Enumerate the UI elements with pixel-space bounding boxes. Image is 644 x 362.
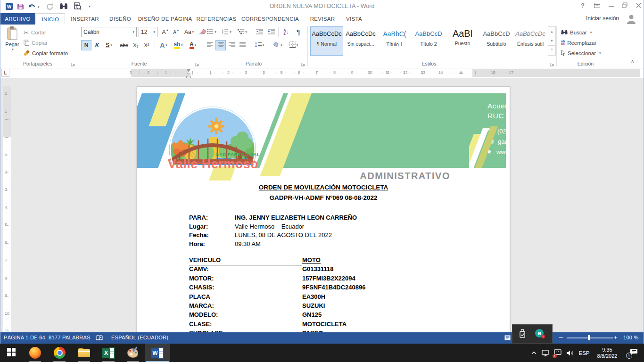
tab-archivo[interactable]: ARCHIVO — [0, 13, 35, 25]
style-card-enfasis-sutil[interactable]: AaBbCcDc Énfasis sutil — [514, 26, 547, 56]
tray-volume-icon[interactable] — [564, 344, 576, 362]
underline-button[interactable]: S▾ — [102, 40, 116, 50]
tab-vista[interactable]: VISTA — [341, 13, 367, 25]
collapse-ribbon-button[interactable]: ∧ — [631, 58, 634, 64]
styles-scroll-up[interactable]: ▴ — [548, 27, 555, 36]
usb-tray-icon[interactable] — [518, 329, 527, 341]
style-card-titulo1[interactable]: AaBbC( Título 1 — [378, 26, 411, 56]
first-line-indent-marker[interactable] — [187, 69, 190, 72]
paste-button[interactable]: Pegar ▾ — [3, 26, 22, 58]
tab-selector[interactable]: L — [1, 69, 9, 77]
styles-dialog-launcher[interactable] — [550, 60, 554, 68]
clipboard-dialog-launcher[interactable] — [71, 60, 75, 68]
taskbar-excel[interactable]: X — [96, 344, 121, 362]
superscript-button[interactable]: X² — [141, 40, 152, 50]
zoom-slider-thumb[interactable] — [588, 335, 590, 340]
zoom-level[interactable]: 100 % — [623, 335, 639, 340]
hanging-indent-marker[interactable] — [187, 74, 190, 75]
font-size-combo[interactable]: 12▾ — [139, 27, 157, 37]
close-icon[interactable] — [632, 0, 644, 10]
minimize-icon[interactable] — [604, 0, 618, 10]
tab-diseno[interactable]: DISEÑO — [105, 13, 136, 25]
decrease-indent-button[interactable] — [254, 27, 265, 37]
align-right-button[interactable] — [226, 40, 237, 50]
subscript-button[interactable]: X₂ — [131, 40, 141, 50]
view-read-mode-icon[interactable] — [504, 335, 511, 341]
tab-referencias[interactable]: REFERENCIAS — [194, 13, 239, 25]
change-case-button[interactable]: Aa▾ — [182, 27, 196, 37]
taskbar-chrome[interactable] — [47, 344, 72, 362]
borders-button[interactable]: ▾ — [286, 40, 301, 50]
start-button[interactable] — [0, 344, 23, 362]
bold-button[interactable]: N — [81, 40, 91, 50]
document-page[interactable]: GAD PARROQUIAL Valle Hermoso Acuerdo Min… — [137, 86, 510, 332]
eset-tray-icon[interactable]: e! — [535, 329, 544, 337]
line-spacing-button[interactable]: ▾ — [252, 40, 266, 50]
tray-alert-icon[interactable]: ! — [552, 344, 564, 362]
zoom-slider-track[interactable] — [567, 337, 613, 338]
word-count[interactable]: 8177 PALABRAS — [49, 335, 91, 340]
font-family-combo[interactable]: Calibri▾ — [81, 27, 137, 37]
ruler-mark — [179, 73, 180, 73]
tab-inicio[interactable]: INICIO — [36, 13, 65, 25]
v-ruler[interactable]: 211234567891011 — [3, 86, 11, 332]
proofing-icon[interactable] — [96, 335, 103, 342]
numbering-button[interactable]: 123▾ — [220, 27, 234, 37]
highlight-button[interactable]: ab▾ — [171, 40, 185, 50]
action-center-icon[interactable]: 1 — [625, 344, 642, 362]
font-dialog-launcher[interactable] — [195, 60, 199, 68]
tray-show-hidden-icon[interactable] — [528, 344, 539, 362]
bullets-button[interactable]: ▾ — [205, 27, 219, 37]
tray-clock[interactable]: 9:358/8/2022 — [592, 344, 622, 362]
help-icon[interactable]: ? — [576, 0, 589, 10]
strikethrough-button[interactable]: abc — [118, 40, 130, 50]
style-card-sin-espaciado[interactable]: AaBbCcDc Sin espaci... — [344, 26, 377, 56]
pilcrow-button[interactable]: ¶ — [293, 27, 304, 37]
style-card-subtitulo[interactable]: AaBbCcD Subtítulo — [480, 26, 513, 56]
select-button[interactable]: Seleccionar▾ — [561, 49, 601, 58]
styles-scroll-down[interactable]: ▾ — [548, 36, 555, 46]
tray-language[interactable]: ESP — [576, 344, 592, 362]
document-area[interactable]: 211234567891011 — [0, 78, 644, 332]
style-card-normal[interactable]: AaBbCcDc ¶ Normal — [310, 26, 343, 56]
font-color-button[interactable]: A▾ — [186, 40, 199, 50]
taskbar-explorer[interactable] — [72, 344, 96, 362]
styles-more[interactable]: ▿ — [548, 46, 555, 55]
cut-button[interactable]: ✂ Cortar — [24, 28, 46, 37]
tab-correspondencia[interactable]: CORRESPONDENCIA — [239, 13, 301, 25]
taskbar-word[interactable]: W — [145, 344, 170, 362]
ribbon-display-icon[interactable] — [590, 0, 603, 10]
h-ruler[interactable]: 32112345678910111213141617 — [131, 69, 640, 77]
tab-revisar[interactable]: REVISAR — [305, 13, 339, 25]
zoom-out-button[interactable]: – — [559, 333, 563, 341]
find-button[interactable]: Buscar▾ — [561, 28, 592, 37]
paragraph-dialog-launcher[interactable] — [301, 60, 305, 68]
multilevel-list-button[interactable]: ▾ — [235, 27, 250, 37]
language-indicator[interactable]: ESPAÑOL (ECUADOR) — [111, 335, 168, 340]
restore-icon[interactable] — [618, 0, 631, 10]
text-effects-button[interactable]: A▾ — [157, 40, 170, 50]
copy-button[interactable]: Copiar — [24, 38, 48, 48]
page-indicator[interactable]: PÁGINA 1 DE 64 — [4, 335, 45, 340]
italic-button[interactable]: K — [92, 40, 102, 50]
shrink-font-button[interactable]: A▼ — [171, 27, 182, 37]
increase-indent-button[interactable] — [265, 27, 277, 37]
shading-button[interactable]: ▾ — [270, 40, 285, 50]
right-indent-marker[interactable] — [459, 71, 463, 74]
style-card-titulo2[interactable]: AaBbCcD Título 2 — [412, 26, 445, 56]
grow-font-button[interactable]: A▲ — [160, 27, 171, 37]
tray-network-icon[interactable] — [539, 344, 552, 362]
sort-button[interactable]: AZ ↓ — [280, 27, 292, 37]
replace-button[interactable]: abac Reemplazar — [561, 38, 596, 48]
tab-insertar[interactable]: INSERTAR — [66, 13, 104, 25]
tab-diseno-de-pagina[interactable]: DISEÑO DE PÁGINA — [137, 13, 193, 25]
zoom-in-button[interactable]: + — [614, 334, 618, 341]
sign-in-link[interactable]: Iniciar sesión — [586, 15, 619, 22]
style-card-puesto[interactable]: AaBl Puesto — [446, 26, 479, 56]
taskbar-firefox[interactable] — [23, 344, 47, 362]
format-painter-button[interactable]: Copiar formato — [24, 49, 68, 58]
justify-button[interactable] — [237, 40, 248, 50]
taskbar-paint[interactable] — [121, 344, 145, 362]
align-left-button[interactable] — [205, 40, 215, 50]
align-center-button[interactable] — [215, 40, 226, 50]
